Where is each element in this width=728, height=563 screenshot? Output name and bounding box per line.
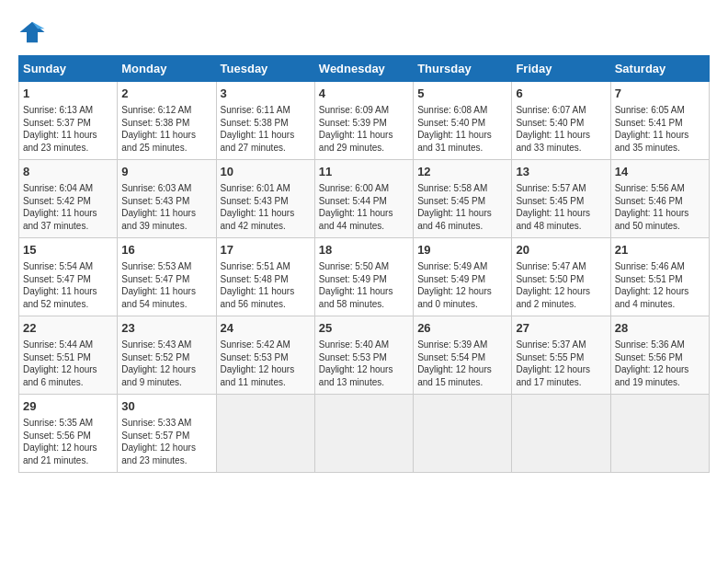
day-number: 27 [516,320,606,337]
calendar-header [50,18,710,20]
day-number: 18 [319,242,409,259]
logo-icon [18,18,46,46]
calendar-cell [314,395,413,473]
day-number: 13 [516,164,606,180]
day-info: Sunrise: 5:44 AM Sunset: 5:51 PM Dayligh… [23,339,113,388]
calendar-cell: 22Sunrise: 5:44 AM Sunset: 5:51 PM Dayli… [19,316,118,395]
calendar-cell: 26Sunrise: 5:39 AM Sunset: 5:54 PM Dayli… [414,316,512,395]
calendar-cell: 20Sunrise: 5:47 AM Sunset: 5:50 PM Dayli… [512,238,610,316]
calendar-cell: 14Sunrise: 5:56 AM Sunset: 5:46 PM Dayli… [610,160,709,238]
day-number: 24 [221,320,311,337]
day-info: Sunrise: 5:37 AM Sunset: 5:55 PM Dayligh… [516,339,606,388]
day-info: Sunrise: 6:01 AM Sunset: 5:43 PM Dayligh… [221,182,311,232]
day-info: Sunrise: 5:46 AM Sunset: 5:51 PM Dayligh… [615,260,705,310]
day-number: 9 [121,164,211,180]
col-header-wednesday: Wednesday [314,56,413,82]
day-number: 3 [221,86,311,102]
day-number: 19 [417,242,507,259]
calendar-cell: 9Sunrise: 6:03 AM Sunset: 5:43 PM Daylig… [118,160,216,238]
day-info: Sunrise: 5:53 AM Sunset: 5:47 PM Dayligh… [121,260,211,310]
day-info: Sunrise: 6:11 AM Sunset: 5:38 PM Dayligh… [221,104,311,154]
svg-marker-0 [20,22,45,43]
day-info: Sunrise: 5:54 AM Sunset: 5:47 PM Dayligh… [23,260,113,310]
day-info: Sunrise: 6:03 AM Sunset: 5:43 PM Dayligh… [121,182,211,232]
day-info: Sunrise: 5:50 AM Sunset: 5:49 PM Dayligh… [319,260,409,310]
calendar-cell: 28Sunrise: 5:36 AM Sunset: 5:56 PM Dayli… [610,316,709,395]
logo [18,18,50,46]
col-header-monday: Monday [118,56,216,82]
day-info: Sunrise: 5:33 AM Sunset: 5:57 PM Dayligh… [121,417,211,466]
calendar-cell: 23Sunrise: 5:43 AM Sunset: 5:52 PM Dayli… [118,316,216,395]
day-info: Sunrise: 5:36 AM Sunset: 5:56 PM Dayligh… [615,339,705,388]
calendar-cell [414,395,512,473]
day-number: 21 [615,242,705,259]
calendar-cell: 5Sunrise: 6:08 AM Sunset: 5:40 PM Daylig… [414,82,512,160]
day-info: Sunrise: 5:43 AM Sunset: 5:52 PM Dayligh… [121,339,211,388]
day-info: Sunrise: 6:13 AM Sunset: 5:37 PM Dayligh… [23,104,113,154]
calendar-cell: 30Sunrise: 5:33 AM Sunset: 5:57 PM Dayli… [118,395,216,473]
calendar-cell [216,395,314,473]
day-number: 11 [319,164,409,180]
col-header-friday: Friday [512,56,610,82]
day-info: Sunrise: 5:58 AM Sunset: 5:45 PM Dayligh… [417,182,507,232]
day-number: 29 [23,398,113,415]
day-number: 30 [121,398,211,415]
day-info: Sunrise: 5:49 AM Sunset: 5:49 PM Dayligh… [417,260,507,310]
day-number: 15 [23,242,113,259]
calendar-cell: 17Sunrise: 5:51 AM Sunset: 5:48 PM Dayli… [216,238,314,316]
day-info: Sunrise: 6:12 AM Sunset: 5:38 PM Dayligh… [121,104,211,154]
calendar-header-row: SundayMondayTuesdayWednesdayThursdayFrid… [19,56,710,82]
day-number: 6 [516,86,606,102]
col-header-saturday: Saturday [610,56,709,82]
calendar-cell: 21Sunrise: 5:46 AM Sunset: 5:51 PM Dayli… [610,238,709,316]
day-number: 8 [23,164,113,180]
col-header-tuesday: Tuesday [216,56,314,82]
col-header-thursday: Thursday [414,56,512,82]
week-row-4: 22Sunrise: 5:44 AM Sunset: 5:51 PM Dayli… [19,316,710,395]
week-row-5: 29Sunrise: 5:35 AM Sunset: 5:56 PM Dayli… [19,395,710,473]
week-row-1: 1Sunrise: 6:13 AM Sunset: 5:37 PM Daylig… [19,82,710,160]
day-info: Sunrise: 6:07 AM Sunset: 5:40 PM Dayligh… [516,104,606,154]
day-info: Sunrise: 6:05 AM Sunset: 5:41 PM Dayligh… [615,104,705,154]
day-info: Sunrise: 5:42 AM Sunset: 5:53 PM Dayligh… [221,339,311,388]
day-number: 7 [615,86,705,102]
calendar-cell: 11Sunrise: 6:00 AM Sunset: 5:44 PM Dayli… [314,160,413,238]
day-info: Sunrise: 5:39 AM Sunset: 5:54 PM Dayligh… [417,339,507,388]
calendar-cell: 15Sunrise: 5:54 AM Sunset: 5:47 PM Dayli… [19,238,118,316]
calendar-cell [610,395,709,473]
calendar-cell: 13Sunrise: 5:57 AM Sunset: 5:45 PM Dayli… [512,160,610,238]
calendar-cell: 10Sunrise: 6:01 AM Sunset: 5:43 PM Dayli… [216,160,314,238]
week-row-2: 8Sunrise: 6:04 AM Sunset: 5:42 PM Daylig… [19,160,710,238]
calendar-cell: 2Sunrise: 6:12 AM Sunset: 5:38 PM Daylig… [118,82,216,160]
day-number: 20 [516,242,606,259]
calendar-cell: 18Sunrise: 5:50 AM Sunset: 5:49 PM Dayli… [314,238,413,316]
calendar-cell: 24Sunrise: 5:42 AM Sunset: 5:53 PM Dayli… [216,316,314,395]
calendar-table: SundayMondayTuesdayWednesdayThursdayFrid… [18,55,710,473]
day-number: 4 [319,86,409,102]
day-info: Sunrise: 6:09 AM Sunset: 5:39 PM Dayligh… [319,104,409,154]
col-header-sunday: Sunday [19,56,118,82]
calendar-cell: 8Sunrise: 6:04 AM Sunset: 5:42 PM Daylig… [19,160,118,238]
day-number: 23 [121,320,211,337]
calendar-cell [512,395,610,473]
calendar-cell: 7Sunrise: 6:05 AM Sunset: 5:41 PM Daylig… [610,82,709,160]
day-info: Sunrise: 5:35 AM Sunset: 5:56 PM Dayligh… [23,417,113,466]
calendar-cell: 25Sunrise: 5:40 AM Sunset: 5:53 PM Dayli… [314,316,413,395]
day-number: 10 [221,164,311,180]
week-row-3: 15Sunrise: 5:54 AM Sunset: 5:47 PM Dayli… [19,238,710,316]
day-number: 12 [417,164,507,180]
day-number: 17 [221,242,311,259]
calendar-cell: 29Sunrise: 5:35 AM Sunset: 5:56 PM Dayli… [19,395,118,473]
day-info: Sunrise: 5:47 AM Sunset: 5:50 PM Dayligh… [516,260,606,310]
day-number: 16 [121,242,211,259]
calendar-cell: 4Sunrise: 6:09 AM Sunset: 5:39 PM Daylig… [314,82,413,160]
day-info: Sunrise: 6:04 AM Sunset: 5:42 PM Dayligh… [23,182,113,232]
day-info: Sunrise: 5:56 AM Sunset: 5:46 PM Dayligh… [615,182,705,232]
day-number: 26 [417,320,507,337]
calendar-cell: 6Sunrise: 6:07 AM Sunset: 5:40 PM Daylig… [512,82,610,160]
day-number: 5 [417,86,507,102]
day-number: 22 [23,320,113,337]
day-info: Sunrise: 5:57 AM Sunset: 5:45 PM Dayligh… [516,182,606,232]
calendar-cell: 3Sunrise: 6:11 AM Sunset: 5:38 PM Daylig… [216,82,314,160]
calendar-cell: 12Sunrise: 5:58 AM Sunset: 5:45 PM Dayli… [414,160,512,238]
